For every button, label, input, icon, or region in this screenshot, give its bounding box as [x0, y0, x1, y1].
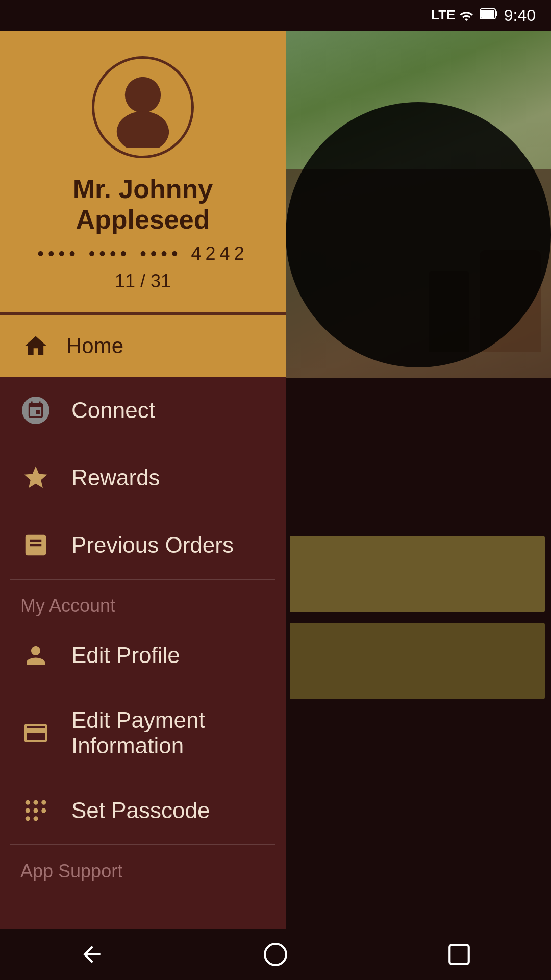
my-account-section: My Account	[0, 580, 286, 622]
svg-point-5	[26, 808, 30, 813]
edit-payment-icon	[20, 718, 51, 748]
connect-label: Connect	[71, 398, 155, 423]
card-number: •••• •••• •••• 4242	[37, 243, 248, 264]
bottom-navigation	[0, 929, 551, 980]
edit-payment-label: Edit Payment Information	[71, 707, 265, 758]
svg-point-7	[41, 808, 46, 813]
signal-indicator: LTE	[431, 7, 473, 23]
svg-rect-1	[481, 10, 494, 18]
previous-orders-label: Previous Orders	[71, 532, 234, 558]
home-label: Home	[66, 334, 123, 358]
dark-nav-section: Connect Rewards Previous Orders My Accou…	[0, 377, 286, 949]
nav-item-rewards[interactable]: Rewards	[0, 444, 286, 511]
svg-point-6	[34, 808, 38, 813]
navigation-drawer: Mr. Johnny Appleseed •••• •••• •••• 4242…	[0, 31, 286, 949]
battery-icon	[480, 7, 498, 24]
back-button[interactable]	[71, 934, 112, 975]
connect-icon	[20, 395, 51, 426]
set-passcode-label: Set Passcode	[71, 798, 210, 823]
svg-point-11	[26, 816, 30, 821]
nav-item-edit-profile[interactable]: Edit Profile	[0, 622, 286, 689]
nav-item-home[interactable]: Home	[0, 315, 286, 377]
nav-menu-top: Home	[0, 315, 286, 377]
svg-rect-14	[449, 945, 469, 964]
time-display: 9:40	[504, 6, 536, 25]
profile-name: Mr. Johnny Appleseed	[20, 174, 265, 235]
recents-button[interactable]	[439, 934, 480, 975]
card-expiry: 11 / 31	[115, 271, 171, 292]
app-support-label: App Support	[20, 861, 122, 881]
nav-item-connect[interactable]: Connect	[0, 377, 286, 444]
svg-point-4	[117, 111, 169, 148]
nav-item-previous-orders[interactable]: Previous Orders	[0, 511, 286, 579]
avatar	[92, 56, 194, 158]
edit-profile-label: Edit Profile	[71, 643, 180, 668]
right-panel-1	[290, 536, 545, 612]
nav-item-set-passcode[interactable]: Set Passcode	[0, 777, 286, 844]
svg-rect-2	[495, 11, 497, 16]
my-account-label: My Account	[20, 595, 115, 616]
right-panel-2	[290, 623, 545, 699]
home-button[interactable]	[255, 934, 296, 975]
svg-point-3	[125, 77, 161, 113]
brand-circle-overlay: T	[286, 102, 551, 368]
svg-point-9	[34, 800, 38, 805]
home-icon	[20, 331, 51, 361]
status-bar: LTE 9:40	[0, 0, 551, 31]
profile-header: Mr. Johnny Appleseed •••• •••• •••• 4242…	[0, 31, 286, 315]
edit-profile-icon	[20, 640, 51, 671]
svg-point-13	[265, 944, 286, 965]
svg-point-12	[34, 816, 38, 821]
previous-orders-icon	[20, 530, 51, 560]
rewards-icon	[20, 462, 51, 493]
set-passcode-icon	[20, 795, 51, 826]
svg-point-10	[41, 800, 46, 805]
rewards-label: Rewards	[71, 465, 160, 491]
nav-item-edit-payment[interactable]: Edit Payment Information	[0, 689, 286, 777]
app-support-section[interactable]: App Support	[0, 845, 286, 897]
svg-point-8	[26, 800, 30, 805]
